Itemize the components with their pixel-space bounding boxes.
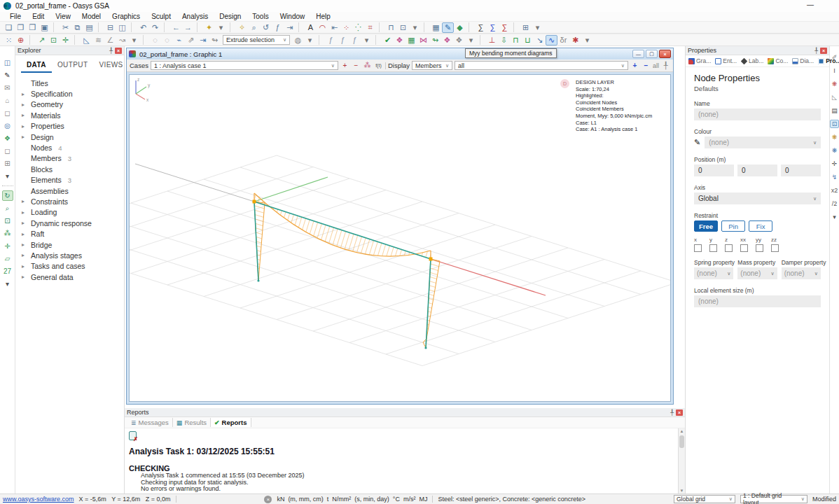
menu-item[interactable]: Tools: [247, 13, 274, 20]
wand-icon[interactable]: ✧: [236, 22, 248, 33]
section-box-icon[interactable]: ⊡: [397, 22, 409, 33]
tree-item[interactable]: ▸ Titles: [15, 78, 124, 88]
print-preview-icon[interactable]: ◫: [116, 22, 128, 33]
reports-tab[interactable]: ≣ Messages: [127, 418, 173, 427]
separator[interactable]: [375, 35, 380, 45]
shade-surfaces-icon[interactable]: ≋: [92, 35, 104, 46]
drag-grid-icon[interactable]: ⁙: [3, 35, 15, 46]
close-file-icon[interactable]: ❒: [27, 22, 39, 33]
grid-layout-select[interactable]: 1 : Default grid layout ∨: [740, 495, 807, 503]
lock-2-icon[interactable]: ◻: [2, 146, 13, 156]
select-tool-icon[interactable]: ✛: [2, 241, 13, 251]
sum-delete-icon[interactable]: ∑: [499, 22, 511, 33]
position-y-field[interactable]: 0: [737, 164, 777, 176]
remove-view-icon[interactable]: −: [642, 62, 651, 69]
text-cursor-icon[interactable]: I: [830, 66, 839, 75]
close-icon[interactable]: ×: [115, 48, 122, 54]
graphic-restore-button[interactable]: ▢: [646, 50, 658, 58]
function-icon[interactable]: ƒ: [272, 22, 284, 33]
expand-arrow-icon[interactable]: ▸: [22, 231, 29, 237]
properties-tab[interactable]: Co...: [767, 57, 789, 65]
tree-item[interactable]: ▸ Tasks and cases: [15, 261, 124, 272]
settings-blue-icon[interactable]: ❋: [830, 146, 839, 155]
sum-down-icon[interactable]: ∑: [487, 22, 499, 33]
menu-item[interactable]: File: [4, 13, 27, 20]
separator[interactable]: [319, 35, 324, 45]
tree-item[interactable]: ▸ Blocks: [15, 164, 124, 174]
colour-select[interactable]: (none) ∨: [705, 136, 821, 148]
separator[interactable]: [74, 35, 79, 45]
separator[interactable]: [379, 22, 384, 32]
separator[interactable]: [29, 35, 34, 45]
tree-item[interactable]: ▸ Dynamic response: [15, 218, 124, 228]
restraint-checkbox[interactable]: [694, 244, 702, 252]
tree-item[interactable]: ▸ Geometry: [15, 99, 124, 110]
tree-item[interactable]: ▸ Loading: [15, 207, 124, 218]
add-case-icon[interactable]: +: [340, 62, 349, 69]
divider[interactable]: [2, 186, 13, 186]
menu-item[interactable]: Model: [76, 13, 106, 20]
restraint-checkbox[interactable]: [709, 244, 717, 252]
restraint-button[interactable]: Free: [694, 220, 718, 232]
tree-item[interactable]: ▸ Assemblies: [15, 186, 124, 196]
myy-moment-icon[interactable]: ∿: [546, 35, 557, 46]
flex-f6-icon[interactable]: ƒ: [349, 35, 361, 46]
sweep-icon[interactable]: ✦: [203, 22, 215, 33]
sum-icon[interactable]: ∑: [475, 22, 487, 33]
separator[interactable]: [197, 22, 202, 32]
multi-more-icon[interactable]: ▾: [465, 35, 477, 46]
position-x-field[interactable]: 0: [694, 164, 734, 176]
axis-select[interactable]: Global ∨: [694, 192, 821, 204]
tree-item[interactable]: ▸ Design: [15, 132, 124, 142]
add-members-icon[interactable]: ↗: [36, 35, 48, 46]
expand-arrow-icon[interactable]: ▸: [22, 112, 29, 118]
graphic-close-button[interactable]: ×: [659, 50, 671, 58]
explorer-tab[interactable]: VIEWS: [93, 58, 128, 73]
measure-icon[interactable]: ↝: [116, 35, 128, 46]
separator[interactable]: [143, 35, 148, 45]
tree-item[interactable]: ▸ Properties: [15, 121, 124, 132]
curve-n-icon[interactable]: ↯: [830, 173, 839, 181]
mass-property-select[interactable]: (none)∨: [737, 267, 777, 279]
shrink-elements-icon[interactable]: ⁛: [352, 22, 364, 33]
expand-arrow-icon[interactable]: ▸: [22, 220, 29, 226]
redo-icon[interactable]: ↷: [149, 22, 161, 33]
menu-item[interactable]: Design: [214, 13, 247, 20]
globe-icon[interactable]: ◍: [292, 35, 304, 46]
separator[interactable]: [513, 22, 518, 32]
close-icon[interactable]: ×: [676, 410, 683, 416]
support-arrow-icon[interactable]: ⇩: [498, 35, 510, 46]
all-label[interactable]: all: [653, 62, 659, 69]
find-icon[interactable]: ⌕: [248, 22, 260, 33]
menu-item[interactable]: Sculpt: [146, 13, 176, 20]
pin-icon[interactable]: ╀: [670, 410, 674, 416]
tree-item[interactable]: ▸ General data: [15, 272, 124, 282]
polygon-select-icon[interactable]: ▱: [2, 253, 13, 264]
restraint-checkbox[interactable]: [725, 244, 733, 252]
paste-icon[interactable]: ▤: [83, 22, 95, 33]
extrude-more-icon[interactable]: ▾: [304, 35, 316, 46]
windows-grid-icon[interactable]: ⊞: [2, 158, 13, 169]
separator[interactable]: [469, 22, 473, 32]
polyline-r-icon[interactable]: ◺: [830, 93, 839, 102]
supports-two-icon[interactable]: ⊔: [522, 35, 534, 46]
two-seven-icon[interactable]: 27: [2, 266, 13, 276]
orbit-icon[interactable]: ↻: [2, 190, 13, 201]
roof-icon[interactable]: ⌂: [2, 95, 13, 106]
tree-item[interactable]: ▸ Analysis stages: [15, 250, 124, 260]
multi-path-icon[interactable]: ↬: [429, 35, 441, 46]
separator[interactable]: [298, 22, 303, 32]
lock-icon[interactable]: ◻: [2, 108, 13, 118]
shear-diagram-icon[interactable]: ↘: [534, 35, 546, 46]
text-label-icon[interactable]: A: [305, 22, 317, 33]
scroll-down-icon[interactable]: ▼: [680, 489, 684, 493]
section-top-icon[interactable]: ⊓: [385, 22, 397, 33]
separator[interactable]: [480, 35, 485, 45]
new-file-icon[interactable]: ❏: [3, 22, 15, 33]
status-cancel-icon[interactable]: ×: [264, 496, 272, 503]
tree-item[interactable]: ▸ Elements 3: [15, 175, 124, 186]
multi-star-icon[interactable]: ❖: [441, 35, 453, 46]
separator[interactable]: [164, 22, 169, 32]
extrude-selection-dropdown[interactable]: Extrude selection ∨: [223, 35, 290, 45]
weld-icon[interactable]: ⌁: [173, 35, 185, 46]
